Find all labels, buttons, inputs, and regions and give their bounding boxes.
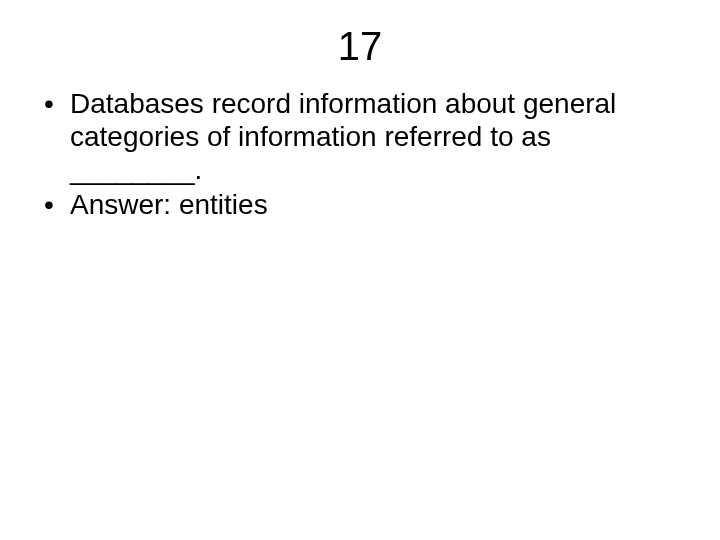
list-item: Databases record information about gener… bbox=[36, 87, 684, 186]
slide-title: 17 bbox=[0, 0, 720, 87]
bullet-list: Databases record information about gener… bbox=[36, 87, 684, 221]
slide-body: Databases record information about gener… bbox=[0, 87, 720, 221]
list-item: Answer: entities bbox=[36, 188, 684, 221]
slide: 17 Databases record information about ge… bbox=[0, 0, 720, 540]
